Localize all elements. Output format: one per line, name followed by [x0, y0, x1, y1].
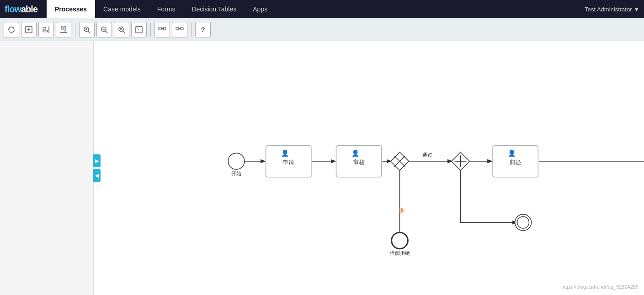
- svg-line-10: [88, 31, 90, 33]
- disconnect-button[interactable]: [172, 22, 187, 37]
- bpmn-diagram: 通过 不通过 开始 👤 申请 👤 审核: [94, 41, 644, 295]
- toolbar-separator-2: [150, 23, 151, 37]
- top-navigation: flowable Processes Case models Forms Dec…: [0, 0, 644, 18]
- svg-text:审核: 审核: [353, 159, 365, 166]
- svg-rect-20: [159, 27, 161, 30]
- help-button[interactable]: ?: [195, 22, 211, 37]
- svg-line-14: [106, 31, 108, 33]
- nav-menu: Processes Case models Forms Decision Tab…: [47, 0, 585, 18]
- panel-expand-button[interactable]: ▶: [93, 154, 101, 167]
- svg-text:归还: 归还: [510, 159, 522, 166]
- toolbar-separator-1: [75, 23, 75, 37]
- svg-text:👤: 👤: [351, 149, 360, 157]
- align-h-button[interactable]: [38, 22, 54, 37]
- svg-point-18: [120, 28, 122, 30]
- svg-rect-24: [181, 27, 183, 30]
- svg-rect-4: [43, 30, 48, 32]
- toolbar: ?: [0, 18, 644, 41]
- svg-text:借阅拒绝: 借阅拒绝: [390, 250, 410, 256]
- nav-item-apps[interactable]: Apps: [245, 0, 276, 18]
- watermark: https://blog.csdn.net/qq_32324259: [561, 284, 639, 290]
- svg-point-35: [228, 153, 245, 169]
- zoom-out-button[interactable]: [96, 22, 112, 37]
- nav-item-decision-tables[interactable]: Decision Tables: [183, 0, 245, 18]
- left-panel: ▶ ◀: [0, 41, 94, 295]
- undo-button[interactable]: [4, 22, 19, 37]
- fit-button[interactable]: [21, 22, 37, 37]
- select-button[interactable]: [131, 22, 147, 37]
- svg-point-54: [392, 232, 408, 249]
- user-menu[interactable]: Test Administrator ▼: [585, 6, 639, 13]
- align-v-button[interactable]: [56, 22, 71, 37]
- svg-rect-3: [43, 27, 46, 29]
- svg-text:👤: 👤: [281, 149, 289, 157]
- diagram-canvas[interactable]: 通过 不通过 开始 👤 申请 👤 审核: [94, 41, 644, 295]
- toolbar-separator-3: [191, 23, 192, 37]
- connect-button[interactable]: [154, 22, 170, 37]
- svg-text:通过: 通过: [422, 152, 432, 158]
- panel-toggle: ▶ ◀: [93, 154, 101, 182]
- zoom-in-button[interactable]: [79, 22, 95, 37]
- svg-text:👤: 👤: [508, 149, 516, 157]
- panel-collapse-button[interactable]: ◀: [93, 169, 101, 182]
- svg-rect-6: [61, 26, 63, 29]
- svg-rect-7: [64, 26, 66, 31]
- svg-line-17: [123, 31, 125, 33]
- svg-rect-23: [176, 27, 179, 30]
- zoom-fit-button[interactable]: [114, 22, 129, 37]
- svg-text:开始: 开始: [231, 171, 241, 176]
- svg-text:申请: 申请: [282, 159, 294, 166]
- nav-item-processes[interactable]: Processes: [47, 0, 95, 18]
- app-logo: flowable: [5, 4, 37, 15]
- nav-item-forms[interactable]: Forms: [149, 0, 184, 18]
- nav-item-case-models[interactable]: Case models: [95, 0, 149, 18]
- main-area: ▶ ◀: [0, 41, 644, 295]
- svg-point-57: [517, 216, 529, 228]
